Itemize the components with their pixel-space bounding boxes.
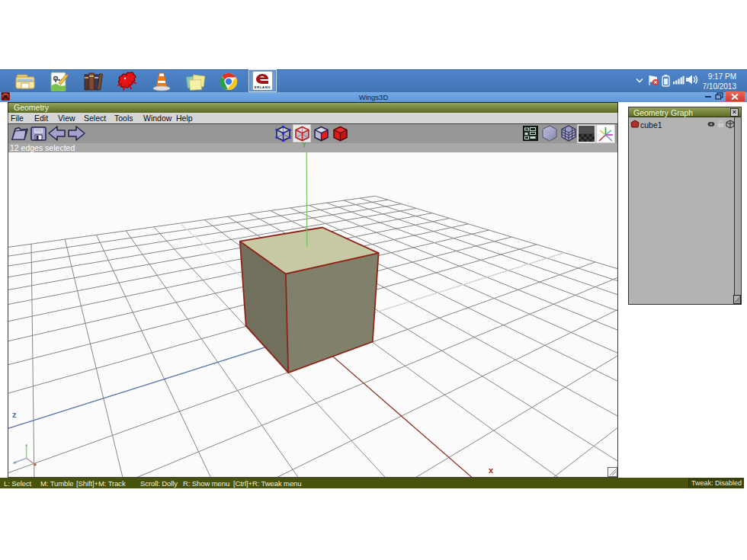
svg-text:ERLANG: ERLANG	[255, 85, 271, 89]
